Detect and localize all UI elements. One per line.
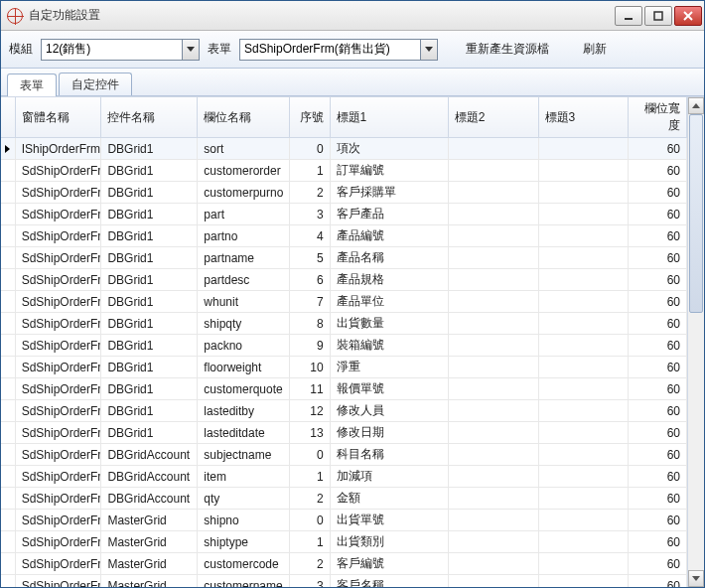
- cell-control[interactable]: MasterGrid: [101, 553, 198, 575]
- cell-field[interactable]: customername: [198, 575, 290, 588]
- cell-title3[interactable]: [538, 335, 629, 357]
- cell-title1[interactable]: 產品編號: [330, 225, 448, 247]
- cell-field[interactable]: customerquote: [198, 378, 290, 400]
- cell-title1[interactable]: 客戶產品: [330, 204, 448, 225]
- cell-form[interactable]: SdShipOrderFr: [15, 488, 101, 510]
- cell-title3[interactable]: [538, 422, 629, 444]
- cell-form[interactable]: SdShipOrderFr: [15, 575, 101, 588]
- cell-title2[interactable]: [448, 160, 538, 182]
- cell-title3[interactable]: [538, 269, 629, 291]
- table-row[interactable]: SdShipOrderFrDBGrid1customerquote11報價單號6…: [1, 378, 687, 400]
- table-row[interactable]: SdShipOrderFrDBGrid1customerorder1訂單編號60: [1, 160, 687, 182]
- cell-field[interactable]: shipno: [198, 510, 290, 531]
- cell-title1[interactable]: 裝箱編號: [330, 335, 448, 357]
- regen-resource-button[interactable]: 重新產生資源檔: [460, 39, 555, 60]
- cell-title3[interactable]: [538, 247, 629, 269]
- cell-form[interactable]: SdShipOrderFr: [15, 422, 101, 444]
- cell-control[interactable]: DBGridAccount: [101, 466, 198, 488]
- cell-control[interactable]: DBGrid1: [101, 400, 198, 422]
- cell-title2[interactable]: [448, 204, 538, 225]
- maximize-button[interactable]: [644, 6, 672, 26]
- cell-control[interactable]: DBGrid1: [101, 422, 198, 444]
- cell-title3[interactable]: [538, 531, 629, 553]
- cell-control[interactable]: DBGrid1: [101, 247, 198, 269]
- cell-title1[interactable]: 出貨單號: [330, 510, 448, 531]
- cell-title2[interactable]: [448, 335, 538, 357]
- col-field-name[interactable]: 欄位名稱: [198, 97, 290, 138]
- cell-form[interactable]: SdShipOrderFr: [15, 400, 101, 422]
- cell-title2[interactable]: [448, 575, 538, 588]
- cell-title3[interactable]: [538, 160, 629, 182]
- cell-form[interactable]: IShipOrderFrm: [15, 138, 101, 160]
- cell-field[interactable]: qty: [198, 488, 290, 510]
- cell-width[interactable]: 60: [629, 138, 687, 160]
- cell-field[interactable]: customerorder: [198, 160, 290, 182]
- form-combo-button[interactable]: [420, 40, 437, 60]
- form-combo[interactable]: [239, 39, 438, 61]
- cell-title1[interactable]: 客戶名稱: [330, 575, 448, 588]
- cell-title2[interactable]: [448, 247, 538, 269]
- cell-seq[interactable]: 10: [290, 357, 330, 378]
- cell-title1[interactable]: 加減項: [330, 466, 448, 488]
- cell-form[interactable]: SdShipOrderFr: [15, 291, 101, 313]
- cell-seq[interactable]: 3: [290, 204, 330, 225]
- table-row[interactable]: SdShipOrderFrMasterGridcustomercode2客戶編號…: [1, 553, 687, 575]
- cell-width[interactable]: 60: [629, 313, 687, 335]
- cell-title3[interactable]: [538, 291, 629, 313]
- cell-title3[interactable]: [538, 444, 629, 466]
- cell-field[interactable]: customercode: [198, 553, 290, 575]
- cell-form[interactable]: SdShipOrderFr: [15, 531, 101, 553]
- cell-control[interactable]: MasterGrid: [101, 575, 198, 588]
- cell-seq[interactable]: 12: [290, 400, 330, 422]
- cell-title1[interactable]: 訂單編號: [330, 160, 448, 182]
- cell-control[interactable]: DBGrid1: [101, 335, 198, 357]
- cell-title3[interactable]: [538, 182, 629, 204]
- cell-form[interactable]: SdShipOrderFr: [15, 357, 101, 378]
- col-seq[interactable]: 序號: [290, 97, 330, 138]
- table-row[interactable]: SdShipOrderFrDBGrid1lasteditby12修改人員60: [1, 400, 687, 422]
- cell-form[interactable]: SdShipOrderFr: [15, 182, 101, 204]
- cell-seq[interactable]: 1: [290, 466, 330, 488]
- cell-title3[interactable]: [538, 466, 629, 488]
- cell-title3[interactable]: [538, 510, 629, 531]
- cell-title3[interactable]: [538, 575, 629, 588]
- cell-width[interactable]: 60: [629, 400, 687, 422]
- cell-field[interactable]: part: [198, 204, 290, 225]
- cell-title1[interactable]: 產品規格: [330, 269, 448, 291]
- cell-control[interactable]: DBGrid1: [101, 378, 198, 400]
- module-combo[interactable]: [41, 39, 200, 61]
- cell-control[interactable]: MasterGrid: [101, 531, 198, 553]
- cell-title2[interactable]: [448, 510, 538, 531]
- cell-control[interactable]: DBGrid1: [101, 138, 198, 160]
- cell-title2[interactable]: [448, 291, 538, 313]
- cell-width[interactable]: 60: [629, 225, 687, 247]
- cell-title1[interactable]: 客戶編號: [330, 553, 448, 575]
- cell-title2[interactable]: [448, 444, 538, 466]
- cell-form[interactable]: SdShipOrderFr: [15, 160, 101, 182]
- cell-field[interactable]: partno: [198, 225, 290, 247]
- cell-seq[interactable]: 9: [290, 335, 330, 357]
- cell-seq[interactable]: 2: [290, 553, 330, 575]
- cell-form[interactable]: SdShipOrderFr: [15, 247, 101, 269]
- table-row[interactable]: SdShipOrderFrDBGridAccountsubjectname0科目…: [1, 444, 687, 466]
- cell-title2[interactable]: [448, 225, 538, 247]
- cell-control[interactable]: DBGrid1: [101, 291, 198, 313]
- cell-form[interactable]: SdShipOrderFr: [15, 466, 101, 488]
- cell-seq[interactable]: 1: [290, 531, 330, 553]
- cell-seq[interactable]: 4: [290, 225, 330, 247]
- cell-seq[interactable]: 0: [290, 510, 330, 531]
- cell-title1[interactable]: 產品名稱: [330, 247, 448, 269]
- cell-width[interactable]: 60: [629, 510, 687, 531]
- cell-seq[interactable]: 1: [290, 160, 330, 182]
- table-row[interactable]: SdShipOrderFrDBGrid1partno4產品編號60: [1, 225, 687, 247]
- cell-field[interactable]: packno: [198, 335, 290, 357]
- minimize-button[interactable]: [615, 6, 642, 26]
- table-row[interactable]: SdShipOrderFrDBGrid1partname5產品名稱60: [1, 247, 687, 269]
- vertical-scrollbar[interactable]: [687, 97, 704, 587]
- cell-form[interactable]: SdShipOrderFr: [15, 313, 101, 335]
- table-row[interactable]: SdShipOrderFrDBGrid1floorweight10淨重60: [1, 357, 687, 378]
- cell-title2[interactable]: [448, 466, 538, 488]
- cell-title3[interactable]: [538, 225, 629, 247]
- cell-width[interactable]: 60: [629, 422, 687, 444]
- cell-field[interactable]: sort: [198, 138, 290, 160]
